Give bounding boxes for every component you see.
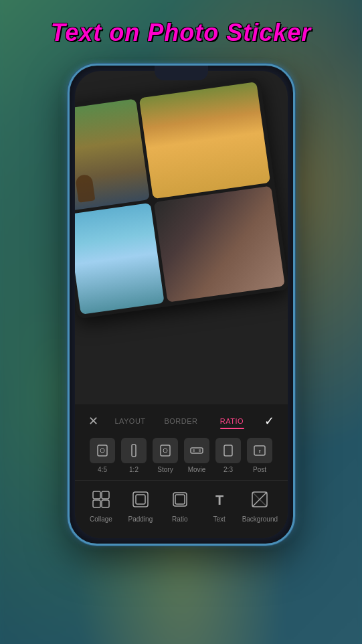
collage-grid [75, 82, 285, 315]
tab-bar: ✕ LAYOUT BORDER RATIO ✓ [75, 404, 288, 434]
ratio-post[interactable]: f Post [245, 438, 274, 473]
collage-label: Collage [90, 515, 112, 523]
ratio-story[interactable]: Story [151, 438, 180, 473]
svg-rect-13 [93, 500, 100, 507]
padding-label: Padding [128, 515, 153, 523]
collage-area [75, 77, 288, 319]
svg-rect-16 [136, 495, 145, 504]
ratio-2-3[interactable]: 2:3 [213, 438, 243, 473]
ratio-2-3-label: 2:3 [223, 466, 233, 473]
padding-icon [127, 486, 154, 513]
ratio-options-row: 4:5 1:2 [80, 434, 282, 477]
collage-icon [88, 486, 114, 513]
background-icon [246, 486, 273, 513]
svg-text:f: f [259, 449, 261, 455]
svg-text:T: T [215, 493, 223, 507]
ratio-4-5-icon [90, 438, 115, 463]
ratio-post-icon: f [247, 438, 272, 463]
ratio-movie-label: Movie [188, 466, 206, 473]
phone-screen: ✕ LAYOUT BORDER RATIO ✓ 4:5 [75, 71, 288, 538]
tab-border[interactable]: BORDER [157, 414, 205, 428]
phone-notch [155, 66, 208, 80]
collage-photo-1 [75, 98, 150, 211]
svg-point-1 [100, 449, 104, 453]
tab-ratio[interactable]: RATIO [208, 414, 256, 428]
ratio-1-2-icon [121, 438, 147, 463]
ratio-tool-label: Ratio [172, 515, 187, 523]
svg-rect-11 [93, 491, 100, 499]
ratio-1-2-label: 1:2 [129, 466, 139, 473]
ratio-movie[interactable]: Movie [182, 438, 211, 473]
svg-rect-5 [191, 448, 203, 453]
text-icon: T [206, 486, 233, 513]
tools-row: Collage Padding [75, 480, 288, 528]
svg-rect-8 [224, 445, 232, 456]
ratio-post-label: Post [253, 466, 266, 473]
svg-rect-7 [199, 449, 201, 452]
svg-rect-0 [98, 445, 107, 456]
ratio-4-5-label: 4:5 [98, 466, 107, 473]
tool-background[interactable]: Background [242, 486, 278, 523]
collage-photo-3 [75, 202, 165, 315]
background-label: Background [242, 515, 278, 523]
ratio-tool-icon [167, 486, 193, 513]
collage-photo-4 [153, 185, 284, 303]
text-label: Text [213, 515, 225, 523]
svg-rect-14 [102, 500, 109, 507]
svg-rect-6 [193, 449, 195, 452]
collage-photo-2 [139, 82, 270, 199]
phone-frame: ✕ LAYOUT BORDER RATIO ✓ 4:5 [68, 64, 295, 546]
ratio-story-label: Story [157, 466, 173, 473]
svg-rect-2 [132, 445, 136, 457]
tool-text[interactable]: T Text [203, 486, 236, 523]
ratio-4-5[interactable]: 4:5 [88, 438, 117, 473]
bottom-toolbar: ✕ LAYOUT BORDER RATIO ✓ 4:5 [75, 404, 288, 538]
svg-point-4 [163, 449, 167, 453]
tool-padding[interactable]: Padding [124, 486, 157, 523]
svg-rect-12 [102, 491, 109, 499]
ratio-story-icon [153, 438, 178, 463]
ratio-2-3-icon [215, 438, 241, 463]
ratio-movie-icon [184, 438, 209, 463]
page-title: Text on Photo Sticker [0, 19, 362, 47]
tab-layout[interactable]: LAYOUT [106, 414, 155, 428]
ratio-1-2[interactable]: 1:2 [119, 438, 149, 473]
tool-ratio[interactable]: Ratio [163, 486, 197, 523]
confirm-button[interactable]: ✓ [259, 411, 280, 431]
tool-collage[interactable]: Collage [84, 486, 118, 523]
svg-rect-18 [175, 495, 185, 504]
close-button[interactable]: ✕ [83, 411, 104, 431]
svg-rect-3 [161, 445, 170, 456]
